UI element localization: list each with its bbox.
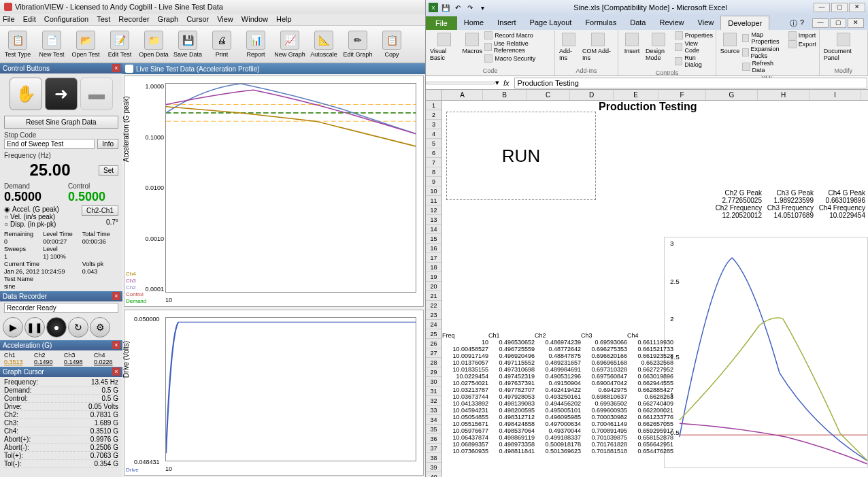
row-header-15[interactable]: 15: [426, 234, 441, 244]
tab-data[interactable]: Data: [623, 16, 652, 30]
col-header-B[interactable]: B: [483, 90, 527, 100]
menu-cursor[interactable]: Cursor: [186, 15, 209, 24]
save-icon[interactable]: 💾: [441, 3, 450, 12]
radio-2[interactable]: ○Disp. (in pk-pk): [4, 220, 73, 228]
xml-import-button[interactable]: Import: [788, 31, 816, 39]
control-button-3[interactable]: ▬: [80, 78, 113, 110]
qat-dropdown-icon[interactable]: ▾: [478, 3, 487, 12]
close-icon[interactable]: ×: [112, 367, 120, 376]
toolbar-edit-test[interactable]: 📝Edit Test: [103, 27, 136, 61]
com-addins-button[interactable]: COM Add-Ins: [581, 31, 615, 63]
redo-icon[interactable]: ↷: [465, 3, 475, 12]
row-header-25[interactable]: 25: [426, 329, 441, 339]
minimize-button[interactable]: —: [814, 3, 830, 12]
row-header-11[interactable]: 11: [426, 196, 441, 205]
run-arrow-button[interactable]: ➜: [45, 78, 78, 110]
menu-view[interactable]: View: [217, 15, 233, 24]
row-header-1[interactable]: 1: [426, 101, 441, 110]
col-header-I[interactable]: I: [809, 90, 861, 100]
row-header-6[interactable]: 6: [426, 148, 441, 158]
row-header-31[interactable]: 31: [426, 386, 441, 396]
macro-security-button[interactable]: Macro Security: [484, 54, 552, 63]
menu-graph[interactable]: Graph: [158, 15, 179, 24]
row-header-19[interactable]: 19: [426, 272, 441, 282]
row-header-18[interactable]: 18: [426, 263, 441, 272]
col-header-A[interactable]: A: [442, 90, 483, 100]
design-mode-button[interactable]: Design Mode: [644, 31, 673, 63]
menu-configuration[interactable]: Configuration: [44, 15, 88, 24]
toolbar-open-test[interactable]: 📂Open Test: [69, 27, 102, 61]
undo-icon[interactable]: ↶: [453, 3, 463, 12]
row-header-8[interactable]: 8: [426, 167, 441, 177]
tab-page-layout[interactable]: Page Layout: [523, 16, 579, 30]
cells-area[interactable]: Production Testing RUN Ch2 G PeakCh3 G P…: [442, 101, 868, 477]
toolbar-print[interactable]: 🖨Print: [205, 27, 238, 61]
row-header-34[interactable]: 34: [426, 415, 441, 425]
col-header-C[interactable]: C: [527, 90, 570, 100]
tab-developer[interactable]: Developer: [720, 16, 769, 30]
row-header-23[interactable]: 23: [426, 310, 441, 320]
row-header-7[interactable]: 7: [426, 158, 441, 167]
help-question-icon[interactable]: ?: [800, 18, 804, 29]
row-header-4[interactable]: 4: [426, 129, 441, 139]
expansion-packs-button[interactable]: Expansion Packs: [742, 46, 787, 59]
row-header-21[interactable]: 21: [426, 291, 441, 301]
row-header-14[interactable]: 14: [426, 225, 441, 234]
menu-window[interactable]: Window: [241, 15, 268, 24]
row-header-26[interactable]: 26: [426, 339, 441, 348]
row-header-29[interactable]: 29: [426, 367, 441, 377]
frequency-set-button[interactable]: Set: [99, 165, 118, 176]
map-properties-button[interactable]: Map Properties: [742, 31, 787, 45]
xml-source-button[interactable]: Source: [719, 31, 741, 56]
fx-icon[interactable]: fx: [499, 79, 514, 87]
name-box[interactable]: [427, 82, 495, 84]
drive-graph[interactable]: Drive (Volts) 0.050000 0.048431 Drive 10: [124, 310, 424, 476]
file-tab[interactable]: File: [426, 16, 457, 30]
row-header-32[interactable]: 32: [426, 396, 441, 406]
use-relative-refs-button[interactable]: Use Relative References: [484, 40, 552, 54]
doc-minimize-button[interactable]: —: [812, 18, 829, 28]
menu-help[interactable]: Help: [276, 15, 292, 24]
row-header-24[interactable]: 24: [426, 320, 441, 329]
run-macro-button[interactable]: RUN: [446, 112, 596, 200]
row-header-37[interactable]: 37: [426, 444, 441, 453]
properties-button[interactable]: Properties: [675, 31, 713, 39]
close-icon[interactable]: ×: [112, 64, 120, 72]
rec-loop-button[interactable]: ↻: [68, 317, 88, 338]
excel-grid[interactable]: ABCDEFGHI 123456789101112131415161718192…: [426, 90, 868, 477]
ch2-ch1-button[interactable]: Ch2-Ch1: [82, 205, 118, 216]
col-header-G[interactable]: G: [706, 90, 758, 100]
maximize-button[interactable]: ▢: [831, 3, 848, 12]
toolbar-autoscale[interactable]: 📐Autoscale: [307, 27, 340, 61]
document-panel-button[interactable]: Document Panel: [822, 31, 865, 63]
row-header-9[interactable]: 9: [426, 177, 441, 186]
toolbar-report[interactable]: 📊Report: [239, 27, 272, 61]
stop-code-info-button[interactable]: Info: [97, 139, 118, 149]
toolbar-open-data[interactable]: 📁Open Data: [137, 27, 170, 61]
row-header-5[interactable]: 5: [426, 139, 441, 148]
xml-export-button[interactable]: Export: [788, 40, 816, 48]
menu-recorder[interactable]: Recorder: [118, 15, 149, 24]
row-header-12[interactable]: 12: [426, 205, 441, 215]
row-header-28[interactable]: 28: [426, 358, 441, 367]
acceleration-graph[interactable]: Acceleration (G peak) 1.00000.10000.0100…: [124, 76, 424, 307]
toolbar-new-graph[interactable]: 📈New Graph: [273, 27, 306, 61]
close-icon[interactable]: ×: [112, 341, 120, 349]
formula-input[interactable]: Production Testing: [514, 78, 867, 88]
col-header-F[interactable]: F: [658, 90, 706, 100]
row-header-40[interactable]: 40: [426, 472, 441, 477]
toolbar-copy[interactable]: 📋Copy: [375, 27, 408, 61]
row-header-33[interactable]: 33: [426, 406, 441, 415]
col-header-D[interactable]: D: [570, 90, 614, 100]
select-all-corner[interactable]: [426, 90, 442, 100]
row-header-39[interactable]: 39: [426, 463, 441, 472]
row-header-38[interactable]: 38: [426, 453, 441, 463]
doc-maximize-button[interactable]: ▢: [830, 18, 846, 28]
rec-settings-button[interactable]: ⚙: [90, 317, 110, 338]
row-header-27[interactable]: 27: [426, 348, 441, 358]
macros-button[interactable]: Macros: [461, 31, 483, 56]
row-header-3[interactable]: 3: [426, 120, 441, 129]
tab-view[interactable]: View: [691, 16, 721, 30]
row-header-20[interactable]: 20: [426, 282, 441, 291]
rec-play-button[interactable]: ▶: [3, 317, 23, 338]
